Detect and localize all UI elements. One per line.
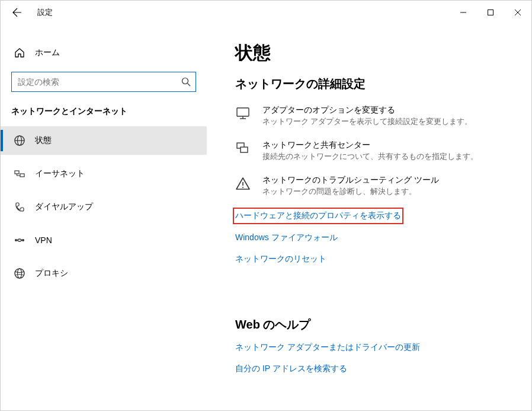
- option-sharing[interactable]: ネットワークと共有センター 接続先のネットワークについて、共有するものを指定しま…: [235, 140, 514, 162]
- svg-point-14: [18, 269, 22, 278]
- sidebar-item-label: プロキシ: [35, 268, 68, 279]
- ethernet-icon: [14, 168, 25, 180]
- svg-line-5: [188, 84, 191, 87]
- option-desc: ネットワークの問題を診断し、解決します。: [262, 187, 439, 197]
- sidebar-item-vpn[interactable]: VPN: [1, 226, 207, 254]
- maximize-button[interactable]: [477, 3, 504, 22]
- home-button[interactable]: ホーム: [1, 42, 207, 63]
- sidebar-item-proxy[interactable]: プロキシ: [1, 259, 207, 288]
- sidebar-item-label: イーサネット: [35, 168, 85, 179]
- back-arrow-icon: [12, 8, 22, 17]
- dialup-icon: [14, 201, 25, 213]
- link-update-adapter[interactable]: ネットワーク アダプターまたはドライバーの更新: [235, 342, 420, 353]
- svg-rect-10: [20, 174, 24, 177]
- window-controls: [450, 3, 531, 22]
- page-title: 状態: [235, 41, 514, 65]
- svg-rect-9: [15, 171, 19, 174]
- option-title: アダプターのオプションを変更する: [262, 105, 472, 116]
- sidebar-item-label: 状態: [35, 135, 52, 146]
- svg-rect-19: [241, 147, 248, 152]
- svg-point-11: [15, 239, 17, 241]
- sidebar-item-ethernet[interactable]: イーサネット: [1, 160, 207, 188]
- back-button[interactable]: [9, 4, 25, 21]
- category-label: ネットワークとインターネット: [1, 106, 207, 126]
- section-heading-advanced: ネットワークの詳細設定: [235, 76, 514, 92]
- option-adapter[interactable]: アダプターのオプションを変更する ネットワーク アダプターを表示して接続設定を変…: [235, 105, 514, 127]
- window-title: 設定: [37, 7, 53, 18]
- search-icon: [181, 77, 191, 87]
- minimize-icon: [460, 9, 466, 15]
- sidebar-item-label: ダイヤルアップ: [35, 202, 93, 212]
- link-network-reset[interactable]: ネットワークのリセット: [235, 254, 326, 265]
- search-input[interactable]: [18, 77, 181, 87]
- option-desc: 接続先のネットワークについて、共有するものを指定します。: [262, 152, 478, 162]
- search-box[interactable]: [11, 72, 196, 92]
- sidebar: ホーム ネットワークとインターネット 状態 イーサネット ダイヤルアップ: [1, 24, 207, 410]
- svg-point-4: [182, 78, 188, 84]
- proxy-icon: [14, 267, 25, 279]
- sidebar-item-label: VPN: [35, 235, 52, 245]
- main-content: 状態 ネットワークの詳細設定 アダプターのオプションを変更する ネットワーク ア…: [207, 24, 531, 410]
- option-desc: ネットワーク アダプターを表示して接続設定を変更します。: [262, 117, 472, 127]
- svg-rect-1: [488, 10, 493, 15]
- status-icon: [14, 135, 25, 146]
- option-title: ネットワークと共有センター: [262, 140, 478, 151]
- sharing-icon: [235, 141, 252, 158]
- maximize-icon: [488, 9, 493, 15]
- close-button[interactable]: [504, 3, 531, 22]
- svg-point-13: [15, 269, 24, 278]
- svg-point-21: [242, 187, 243, 188]
- troubleshoot-icon: [235, 176, 252, 193]
- home-icon: [14, 47, 25, 59]
- option-troubleshoot[interactable]: ネットワークのトラブルシューティング ツール ネットワークの問題を診断し、解決し…: [235, 175, 514, 197]
- section-heading-web-help: Web のヘルプ: [235, 317, 514, 333]
- svg-point-12: [22, 239, 24, 241]
- minimize-button[interactable]: [450, 3, 477, 22]
- svg-rect-15: [237, 108, 249, 116]
- vpn-icon: [14, 234, 25, 246]
- close-icon: [515, 9, 521, 15]
- titlebar: 設定: [1, 1, 531, 24]
- option-title: ネットワークのトラブルシューティング ツール: [262, 175, 439, 186]
- sidebar-item-dialup[interactable]: ダイヤルアップ: [1, 193, 207, 221]
- adapter-icon: [235, 106, 252, 123]
- link-find-ip[interactable]: 自分の IP アドレスを検索する: [235, 364, 347, 374]
- sidebar-item-status[interactable]: 状態: [1, 126, 207, 155]
- link-firewall[interactable]: Windows ファイアウォール: [235, 232, 338, 243]
- home-label: ホーム: [35, 47, 60, 58]
- link-hardware-properties[interactable]: ハードウェアと接続のプロパティを表示する: [235, 210, 401, 222]
